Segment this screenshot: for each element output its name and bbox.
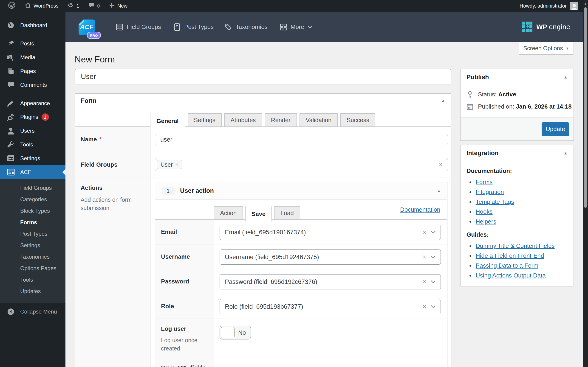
field-groups-row: Field Groups User × × [75, 152, 451, 177]
pro-badge: PRO [87, 32, 101, 39]
field-groups-select[interactable]: User × × [155, 158, 448, 171]
howdy-label[interactable]: Howdy, administrator [520, 3, 567, 9]
guide-link-actions-output[interactable]: Using Actions Output Data [476, 272, 546, 279]
password-field-select[interactable]: Password (field_695d192c67376) × [220, 274, 441, 289]
nav-post-types[interactable]: Post Types [173, 12, 214, 42]
doc-link-template-tags[interactable]: Template Tags [476, 198, 514, 205]
form-metabox: Form ▲ General Settings Attributes Rende… [75, 93, 451, 367]
tab-render[interactable]: Render [265, 113, 297, 127]
site-name-button[interactable]: WordPress [22, 0, 61, 12]
nav-taxonomies[interactable]: Taxonomies [224, 12, 268, 42]
documentation-link[interactable]: Documentation [400, 200, 440, 220]
tab-success[interactable]: Success [341, 113, 375, 127]
clear-selection-icon[interactable]: × [423, 303, 426, 310]
sidebar-item-dashboard[interactable]: Dashboard [0, 18, 66, 32]
submenu-updates[interactable]: Updates [0, 285, 66, 297]
admin-bar-left: WordPress 1 0 New [0, 0, 130, 12]
username-field-select[interactable]: Username (field_695d192467375) × [220, 250, 441, 265]
tab-load[interactable]: Load [274, 206, 300, 220]
scrollbar-thumb[interactable] [584, 7, 587, 208]
tab-settings[interactable]: Settings [188, 113, 222, 127]
comments-button[interactable]: 0 [85, 0, 103, 12]
sidebar-item-acf[interactable]: ACF [0, 165, 66, 179]
form-title-input[interactable] [75, 69, 451, 84]
name-input[interactable] [155, 134, 448, 145]
sidebar-item-appearance[interactable]: Appearance [0, 96, 66, 110]
doc-link-integration[interactable]: Integration [476, 188, 504, 196]
sidebar-item-users[interactable]: Users [0, 124, 66, 138]
key-icon [467, 91, 473, 98]
submenu-tools[interactable]: Tools [0, 274, 66, 285]
list-item: •Template Tags [469, 197, 569, 207]
role-field-row: Role Role (field_695d193b67377) × [155, 294, 447, 319]
sidebar-item-label: Pages [20, 68, 36, 74]
username-field-row: Username Username (field_695d192467375) … [155, 244, 447, 269]
clear-select-icon[interactable]: × [439, 161, 443, 168]
list-item: •Dummy Title & Content Fields [469, 241, 569, 251]
scrollbar-up-button[interactable]: ▲ [583, 2, 588, 6]
submenu-post-types[interactable]: Post Types [0, 228, 66, 240]
doc-link-helpers[interactable]: Helpers [476, 218, 496, 225]
tab-validation[interactable]: Validation [299, 113, 338, 127]
submenu-settings[interactable]: Settings [0, 240, 66, 251]
email-field-select[interactable]: Email (field_695d190167374) × [220, 225, 441, 240]
tab-action[interactable]: Action [214, 206, 243, 220]
updates-icon [67, 2, 74, 10]
publish-collapse-toggle[interactable]: ▲ [564, 75, 568, 80]
clear-selection-icon[interactable]: × [423, 229, 426, 236]
acf-menu-icon [7, 169, 15, 175]
updates-button[interactable]: 1 [64, 0, 82, 12]
sidebar-item-pages[interactable]: Pages [0, 64, 66, 78]
submenu-forms[interactable]: Forms [0, 217, 66, 228]
submenu-taxonomies[interactable]: Taxonomies [0, 251, 66, 263]
doc-link-hooks[interactable]: Hooks [476, 208, 493, 215]
sidebar-item-label: Dashboard [20, 22, 47, 28]
submenu-options-pages[interactable]: Options Pages [0, 263, 66, 274]
sidebar-item-media[interactable]: Media [0, 50, 66, 64]
admin-sidebar: Dashboard Posts Media Pages Comments [0, 12, 66, 367]
submenu-categories[interactable]: Categories [0, 194, 66, 205]
nav-field-groups[interactable]: Field Groups [115, 12, 161, 42]
page-scrollbar[interactable]: ▲ [583, 0, 588, 367]
wordpress-menu-button[interactable] [5, 0, 18, 12]
sidebar-item-tools[interactable]: Tools [0, 138, 66, 151]
guide-link-dummy-title[interactable]: Dummy Title & Content Fields [476, 242, 555, 250]
doc-link-forms[interactable]: Forms [476, 179, 493, 186]
sidebar-item-posts[interactable]: Posts [0, 37, 66, 50]
guide-link-passing-data[interactable]: Passing Data to a Form [476, 262, 538, 269]
save-acf-fields-row: Save ACF fields [155, 358, 447, 367]
guide-link-hide-field[interactable]: Hide a Field on Front-End [476, 252, 544, 259]
sidebar-item-settings[interactable]: Settings [0, 151, 66, 165]
new-content-button[interactable]: New [106, 0, 130, 12]
remove-tag-icon[interactable]: × [176, 162, 179, 167]
publish-title: Publish [467, 74, 564, 81]
tab-general[interactable]: General [150, 113, 185, 129]
action-card-header[interactable]: 1 User action ▲ [155, 182, 447, 200]
clear-selection-icon[interactable]: × [423, 278, 426, 285]
avatar[interactable] [570, 2, 578, 10]
screen-options-button[interactable]: Screen Options ▼ [519, 42, 574, 55]
acf-submenu: Field Groups Categories Block Types Form… [0, 179, 66, 303]
site-name-label: WordPress [34, 3, 58, 9]
integration-collapse-toggle[interactable]: ▲ [564, 151, 568, 156]
update-button[interactable]: Update [542, 122, 569, 136]
wpengine-logo[interactable]: WPengine [522, 12, 570, 42]
acf-logo[interactable]: ACF PRO [78, 19, 95, 35]
taxonomies-icon [224, 23, 232, 31]
form-metabox-collapse-toggle[interactable]: ▲ [441, 99, 445, 103]
nav-more[interactable]: More [280, 12, 313, 42]
role-field-select[interactable]: Role (field_695d193b67377) × [220, 299, 441, 314]
submenu-field-groups[interactable]: Field Groups [0, 182, 66, 194]
password-field-row: Password Password (field_695d192c67376) … [155, 269, 447, 294]
collapse-menu-button[interactable]: Collapse Menu [0, 305, 66, 318]
tab-save[interactable]: Save [245, 206, 272, 221]
action-card-collapse-toggle[interactable]: ▲ [431, 182, 447, 200]
log-user-toggle[interactable]: No [220, 326, 251, 340]
clear-selection-icon[interactable]: × [423, 254, 426, 261]
role-label: Role [161, 303, 174, 310]
sidebar-item-comments[interactable]: Comments [0, 78, 66, 92]
role-select-value: Role (field_695d193b67377) [225, 303, 303, 310]
sidebar-item-plugins[interactable]: Plugins 1 [0, 110, 66, 124]
submenu-block-types[interactable]: Block Types [0, 205, 66, 217]
tab-attributes[interactable]: Attributes [224, 113, 262, 127]
